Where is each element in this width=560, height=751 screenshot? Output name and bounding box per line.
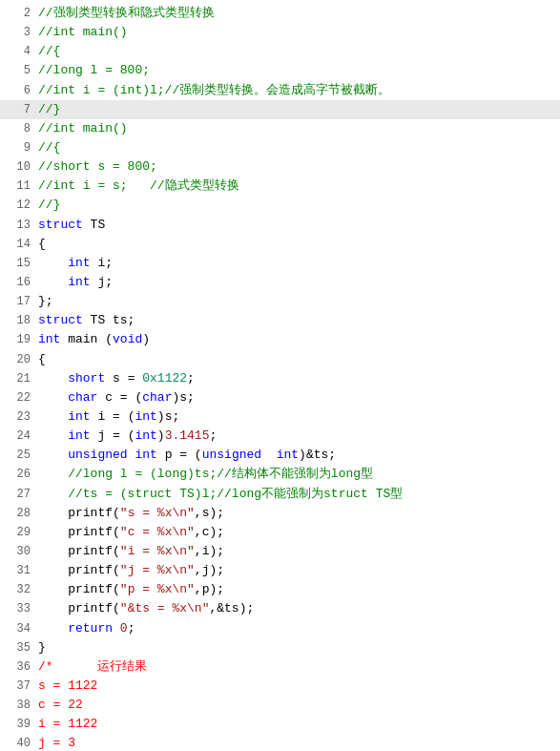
line-content: struct TS [38, 216, 556, 235]
line-number: 40 [4, 735, 31, 751]
line-number: 15 [4, 255, 31, 273]
code-token: ,c); [195, 525, 224, 539]
line-content: int i; [38, 254, 556, 273]
code-token: p = ( [157, 448, 202, 462]
line-content: int i = (int)s; [38, 407, 556, 427]
code-token: TS [83, 218, 105, 232]
line-number: 16 [4, 274, 31, 292]
line-number: 35 [4, 639, 31, 657]
table-row: 34 return 0; [0, 619, 560, 638]
line-number: 8 [4, 120, 31, 138]
code-token: int [135, 409, 156, 424]
table-row: 20{ [0, 350, 560, 369]
table-row: 10//short s = 800; [0, 157, 560, 177]
code-token: int [68, 409, 90, 424]
line-number: 29 [4, 524, 31, 542]
code-token [113, 621, 120, 636]
line-number: 18 [4, 312, 31, 330]
code-token [38, 409, 68, 424]
table-row: 3//int main() [0, 23, 560, 42]
code-token: //int i = s; //隐式类型转换 [38, 178, 239, 193]
code-token: 3.1415 [165, 428, 210, 443]
line-number: 20 [4, 351, 31, 369]
line-content: int j; [38, 273, 556, 292]
line-number: 17 [4, 293, 31, 311]
table-row: 7//} [0, 100, 560, 119]
code-token: s = [105, 371, 142, 386]
table-row: 23 int i = (int)s; [0, 407, 560, 427]
code-token: //{ [38, 140, 60, 155]
code-editor: 2//强制类型转换和隐式类型转换3//int main()4//{5//long… [0, 0, 560, 751]
code-token: 0x1122 [142, 371, 187, 386]
line-content: { [38, 350, 556, 369]
code-token: ,j); [195, 563, 224, 577]
code-token: short [68, 371, 105, 386]
line-content: //int i = s; //隐式类型转换 [38, 177, 556, 196]
line-number: 25 [4, 447, 31, 465]
table-row: 17}; [0, 292, 560, 311]
code-token: int [68, 256, 90, 270]
line-content: } [38, 638, 556, 657]
line-content: //int main() [38, 119, 556, 138]
code-token: struct [38, 313, 83, 327]
table-row: 33 printf("&ts = %x\n",&ts); [0, 599, 560, 618]
code-token: "j = %x\n" [120, 563, 195, 577]
code-token: printf( [38, 582, 120, 596]
line-content: int j = (int)3.1415; [38, 427, 556, 446]
code-token: )s; [157, 409, 179, 424]
line-number: 28 [4, 505, 31, 523]
table-row: 37s = 1122 [0, 677, 560, 696]
code-token: ,s); [195, 506, 224, 520]
code-token: return [68, 621, 113, 636]
code-token: ; [128, 621, 135, 636]
line-number: 19 [4, 331, 31, 349]
code-token: unsigned [68, 448, 127, 462]
table-row: 40j = 3 [0, 734, 560, 751]
code-token: //long l = (long)ts;//结构体不能强制为long型 [38, 467, 373, 481]
line-number: 33 [4, 600, 31, 618]
code-token: main [68, 332, 97, 346]
code-token: 0 [120, 621, 128, 636]
line-number: 27 [4, 486, 31, 504]
line-content: i = 1122 [38, 715, 556, 734]
code-token: ) [142, 332, 150, 346]
line-content: unsigned int p = (unsigned int)&ts; [38, 446, 556, 465]
line-content: { [38, 235, 556, 254]
line-number: 36 [4, 658, 31, 677]
code-token [261, 448, 277, 462]
line-number: 9 [4, 139, 31, 157]
line-content: //short s = 800; [38, 157, 556, 177]
code-token: //int i = (int)l;//强制类型转换。会造成高字节被截断。 [38, 83, 390, 97]
code-token: )s; [172, 390, 194, 405]
line-content: printf("s = %x\n",s); [38, 504, 556, 523]
line-number: 13 [4, 217, 31, 235]
code-token: j; [91, 275, 113, 289]
code-token: printf( [38, 525, 120, 539]
code-token: "s = %x\n" [120, 506, 195, 520]
table-row: 13struct TS [0, 216, 560, 235]
code-token: //int main() [38, 121, 128, 136]
code-token: i; [91, 256, 113, 270]
table-row: 8//int main() [0, 119, 560, 138]
line-number: 7 [4, 101, 31, 119]
code-token: //} [38, 198, 60, 212]
line-number: 11 [4, 177, 31, 196]
table-row: 5//long l = 800; [0, 61, 560, 80]
code-token [38, 371, 68, 386]
line-content: int main (void) [38, 330, 556, 349]
line-content: printf("&ts = %x\n",&ts); [38, 599, 556, 618]
line-content: return 0; [38, 619, 556, 638]
table-row: 35} [0, 638, 560, 657]
line-number: 3 [4, 24, 31, 42]
line-content: short s = 0x1122; [38, 369, 556, 388]
table-row: 28 printf("s = %x\n",s); [0, 504, 560, 523]
line-content: printf("c = %x\n",c); [38, 523, 556, 542]
code-token: { [38, 237, 46, 251]
table-row: 27 //ts = (struct TS)l;//long不能强制为struct… [0, 485, 560, 504]
code-token [38, 390, 68, 405]
line-number: 2 [4, 5, 31, 23]
table-row: 14{ [0, 235, 560, 254]
line-content: j = 3 [38, 734, 556, 751]
code-token [38, 621, 68, 636]
table-row: 15 int i; [0, 254, 560, 273]
